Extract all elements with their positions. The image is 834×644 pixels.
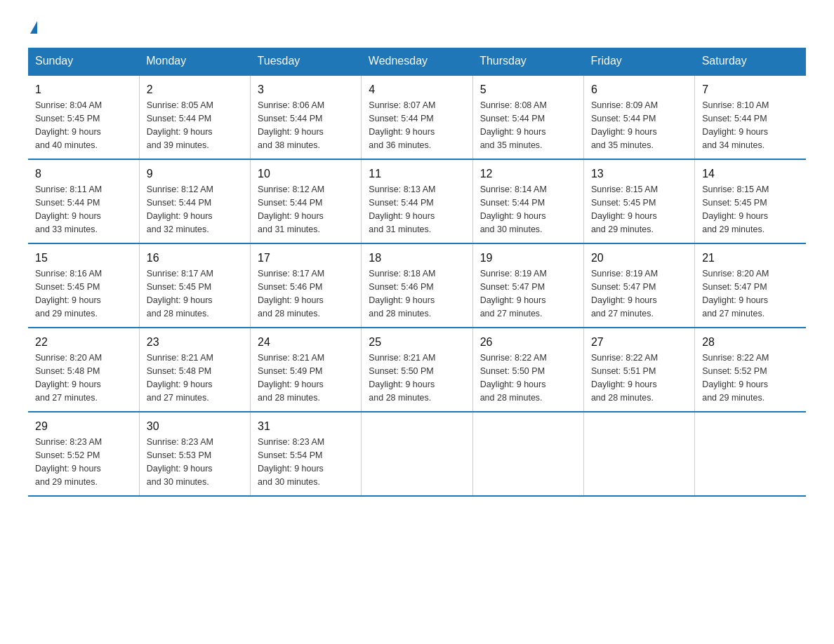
day-number: 30 xyxy=(147,418,243,434)
day-number: 13 xyxy=(591,166,687,182)
day-number: 7 xyxy=(702,81,799,98)
calendar-cell: 30Sunrise: 8:23 AMSunset: 5:53 PMDayligh… xyxy=(139,412,250,496)
day-info: Sunrise: 8:14 AMSunset: 5:44 PMDaylight:… xyxy=(480,185,547,234)
calendar-week-row: 15Sunrise: 8:16 AMSunset: 5:45 PMDayligh… xyxy=(28,243,806,328)
day-info: Sunrise: 8:12 AMSunset: 5:44 PMDaylight:… xyxy=(147,185,213,234)
calendar-cell xyxy=(583,412,694,496)
day-info: Sunrise: 8:18 AMSunset: 5:46 PMDaylight:… xyxy=(369,269,435,318)
day-number: 24 xyxy=(258,334,354,350)
calendar-cell: 19Sunrise: 8:19 AMSunset: 5:47 PMDayligh… xyxy=(472,243,583,328)
calendar-cell: 13Sunrise: 8:15 AMSunset: 5:45 PMDayligh… xyxy=(583,159,694,243)
calendar-cell: 28Sunrise: 8:22 AMSunset: 5:52 PMDayligh… xyxy=(695,328,806,412)
header-saturday: Saturday xyxy=(695,48,806,75)
day-info: Sunrise: 8:21 AMSunset: 5:49 PMDaylight:… xyxy=(258,353,324,403)
calendar-cell: 8Sunrise: 8:11 AMSunset: 5:44 PMDaylight… xyxy=(28,159,139,243)
day-info: Sunrise: 8:22 AMSunset: 5:50 PMDaylight:… xyxy=(480,353,547,403)
day-number: 2 xyxy=(147,81,243,98)
day-number: 10 xyxy=(258,166,354,182)
day-info: Sunrise: 8:12 AMSunset: 5:44 PMDaylight:… xyxy=(258,185,324,234)
day-number: 14 xyxy=(702,166,799,182)
day-info: Sunrise: 8:21 AMSunset: 5:50 PMDaylight:… xyxy=(369,353,435,403)
calendar-week-row: 22Sunrise: 8:20 AMSunset: 5:48 PMDayligh… xyxy=(28,328,806,412)
day-number: 3 xyxy=(258,81,354,98)
day-info: Sunrise: 8:22 AMSunset: 5:51 PMDaylight:… xyxy=(591,353,658,403)
day-info: Sunrise: 8:16 AMSunset: 5:45 PMDaylight:… xyxy=(35,269,102,318)
day-info: Sunrise: 8:21 AMSunset: 5:48 PMDaylight:… xyxy=(147,353,213,403)
day-number: 19 xyxy=(480,250,576,266)
calendar-cell xyxy=(362,412,472,496)
day-info: Sunrise: 8:15 AMSunset: 5:45 PMDaylight:… xyxy=(702,185,769,234)
day-info: Sunrise: 8:05 AMSunset: 5:44 PMDaylight:… xyxy=(147,100,213,150)
day-number: 21 xyxy=(702,250,799,266)
day-number: 17 xyxy=(258,250,354,266)
day-info: Sunrise: 8:09 AMSunset: 5:44 PMDaylight:… xyxy=(591,100,658,150)
calendar-cell: 7Sunrise: 8:10 AMSunset: 5:44 PMDaylight… xyxy=(695,75,806,159)
header-wednesday: Wednesday xyxy=(362,48,472,75)
day-number: 16 xyxy=(147,250,243,266)
day-number: 27 xyxy=(591,334,687,350)
calendar-week-row: 29Sunrise: 8:23 AMSunset: 5:52 PMDayligh… xyxy=(28,412,806,496)
calendar-cell xyxy=(472,412,583,496)
day-info: Sunrise: 8:15 AMSunset: 5:45 PMDaylight:… xyxy=(591,185,658,234)
day-info: Sunrise: 8:19 AMSunset: 5:47 PMDaylight:… xyxy=(480,269,547,318)
day-info: Sunrise: 8:20 AMSunset: 5:48 PMDaylight:… xyxy=(35,353,102,403)
calendar-cell: 2Sunrise: 8:05 AMSunset: 5:44 PMDaylight… xyxy=(139,75,250,159)
day-info: Sunrise: 8:22 AMSunset: 5:52 PMDaylight:… xyxy=(702,353,769,403)
calendar-cell: 15Sunrise: 8:16 AMSunset: 5:45 PMDayligh… xyxy=(28,243,139,328)
calendar-cell: 25Sunrise: 8:21 AMSunset: 5:50 PMDayligh… xyxy=(362,328,472,412)
day-info: Sunrise: 8:23 AMSunset: 5:53 PMDaylight:… xyxy=(147,437,213,487)
calendar-cell: 27Sunrise: 8:22 AMSunset: 5:51 PMDayligh… xyxy=(583,328,694,412)
day-info: Sunrise: 8:17 AMSunset: 5:46 PMDaylight:… xyxy=(258,269,324,318)
header-thursday: Thursday xyxy=(472,48,583,75)
day-number: 1 xyxy=(35,81,132,98)
day-number: 12 xyxy=(480,166,576,182)
day-number: 23 xyxy=(147,334,243,350)
calendar-cell: 20Sunrise: 8:19 AMSunset: 5:47 PMDayligh… xyxy=(583,243,694,328)
day-info: Sunrise: 8:20 AMSunset: 5:47 PMDaylight:… xyxy=(702,269,769,318)
day-number: 29 xyxy=(35,418,132,434)
calendar-cell: 16Sunrise: 8:17 AMSunset: 5:45 PMDayligh… xyxy=(139,243,250,328)
calendar-table: SundayMondayTuesdayWednesdayThursdayFrid… xyxy=(28,48,806,497)
day-info: Sunrise: 8:19 AMSunset: 5:47 PMDaylight:… xyxy=(591,269,658,318)
calendar-cell: 12Sunrise: 8:14 AMSunset: 5:44 PMDayligh… xyxy=(472,159,583,243)
calendar-cell: 5Sunrise: 8:08 AMSunset: 5:44 PMDaylight… xyxy=(472,75,583,159)
day-number: 28 xyxy=(702,334,799,350)
calendar-cell: 9Sunrise: 8:12 AMSunset: 5:44 PMDaylight… xyxy=(139,159,250,243)
day-number: 18 xyxy=(369,250,465,266)
calendar-cell: 31Sunrise: 8:23 AMSunset: 5:54 PMDayligh… xyxy=(251,412,362,496)
calendar-cell: 26Sunrise: 8:22 AMSunset: 5:50 PMDayligh… xyxy=(472,328,583,412)
day-number: 25 xyxy=(369,334,465,350)
day-info: Sunrise: 8:04 AMSunset: 5:45 PMDaylight:… xyxy=(35,100,102,150)
day-number: 20 xyxy=(591,250,687,266)
logo xyxy=(28,21,37,34)
day-number: 9 xyxy=(147,166,243,182)
calendar-cell: 24Sunrise: 8:21 AMSunset: 5:49 PMDayligh… xyxy=(251,328,362,412)
calendar-cell xyxy=(695,412,806,496)
day-number: 5 xyxy=(480,81,576,98)
day-number: 26 xyxy=(480,334,576,350)
day-info: Sunrise: 8:23 AMSunset: 5:54 PMDaylight:… xyxy=(258,437,324,487)
header-tuesday: Tuesday xyxy=(251,48,362,75)
calendar-cell: 10Sunrise: 8:12 AMSunset: 5:44 PMDayligh… xyxy=(251,159,362,243)
page-header xyxy=(28,21,806,34)
calendar-cell: 23Sunrise: 8:21 AMSunset: 5:48 PMDayligh… xyxy=(139,328,250,412)
day-info: Sunrise: 8:10 AMSunset: 5:44 PMDaylight:… xyxy=(702,100,769,150)
day-info: Sunrise: 8:11 AMSunset: 5:44 PMDaylight:… xyxy=(35,185,102,234)
day-info: Sunrise: 8:07 AMSunset: 5:44 PMDaylight:… xyxy=(369,100,435,150)
calendar-week-row: 8Sunrise: 8:11 AMSunset: 5:44 PMDaylight… xyxy=(28,159,806,243)
day-number: 8 xyxy=(35,166,132,182)
calendar-cell: 1Sunrise: 8:04 AMSunset: 5:45 PMDaylight… xyxy=(28,75,139,159)
day-number: 4 xyxy=(369,81,465,98)
calendar-cell: 18Sunrise: 8:18 AMSunset: 5:46 PMDayligh… xyxy=(362,243,472,328)
day-info: Sunrise: 8:08 AMSunset: 5:44 PMDaylight:… xyxy=(480,100,547,150)
calendar-header-row: SundayMondayTuesdayWednesdayThursdayFrid… xyxy=(28,48,806,75)
calendar-cell: 17Sunrise: 8:17 AMSunset: 5:46 PMDayligh… xyxy=(251,243,362,328)
calendar-cell: 3Sunrise: 8:06 AMSunset: 5:44 PMDaylight… xyxy=(251,75,362,159)
calendar-week-row: 1Sunrise: 8:04 AMSunset: 5:45 PMDaylight… xyxy=(28,75,806,159)
calendar-cell: 4Sunrise: 8:07 AMSunset: 5:44 PMDaylight… xyxy=(362,75,472,159)
calendar-cell: 29Sunrise: 8:23 AMSunset: 5:52 PMDayligh… xyxy=(28,412,139,496)
calendar-cell: 11Sunrise: 8:13 AMSunset: 5:44 PMDayligh… xyxy=(362,159,472,243)
calendar-cell: 21Sunrise: 8:20 AMSunset: 5:47 PMDayligh… xyxy=(695,243,806,328)
header-friday: Friday xyxy=(583,48,694,75)
header-monday: Monday xyxy=(139,48,250,75)
